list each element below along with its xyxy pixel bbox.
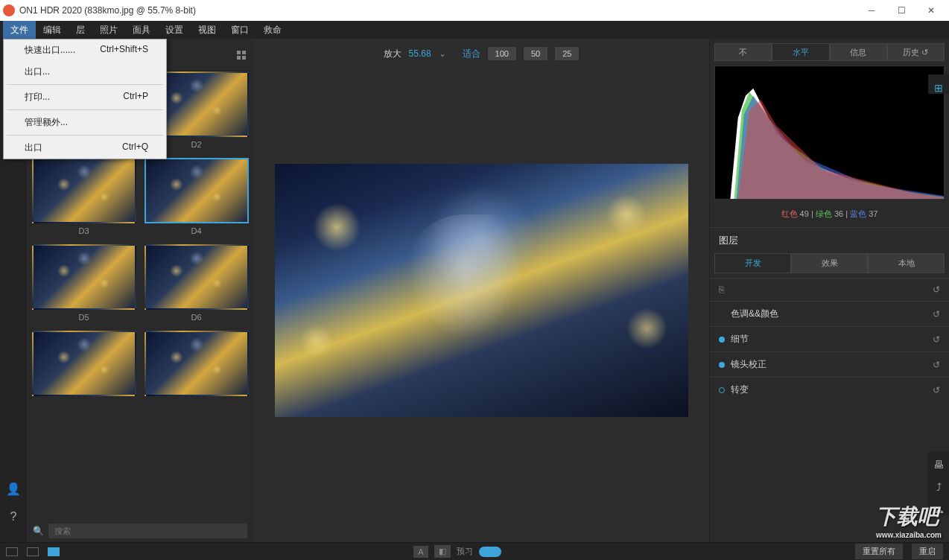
panel-色调&&颜色[interactable]: 色调&&颜色↺: [710, 301, 949, 326]
menu-视图[interactable]: 视图: [191, 21, 223, 39]
thumbnail[interactable]: [142, 331, 250, 405]
menuitem-管理额外...[interactable]: 管理额外...: [4, 112, 166, 133]
view-mode-1[interactable]: [6, 547, 18, 556]
close-button[interactable]: ✕: [916, 0, 946, 21]
thumbnail[interactable]: D6: [142, 244, 250, 328]
menu-窗口[interactable]: 窗口: [223, 21, 256, 39]
statusbar: A ◧ 预习 重置所有 重启: [0, 542, 949, 560]
zoom-label: 放大: [384, 48, 402, 60]
dev-tab-效果[interactable]: 效果: [791, 253, 868, 273]
menuitem-打印...[interactable]: 打印...Ctrl+P: [4, 86, 166, 108]
menuitem-出口[interactable]: 出口Ctrl+Q: [4, 137, 166, 159]
reset-all-button[interactable]: 重置所有: [855, 544, 903, 559]
panel-转变[interactable]: 转变↺: [710, 377, 949, 402]
file-menu-dropdown: 快速出口......Ctrl+Shift+S出口...打印...Ctrl+P管理…: [3, 39, 167, 159]
menu-层[interactable]: 层: [69, 21, 92, 39]
grid-view-icon[interactable]: [237, 51, 246, 60]
right-tab-0[interactable]: 不: [714, 43, 772, 61]
search-icon: 🔍: [33, 526, 44, 536]
canvas-area: 放大 55.68 ⌄ 适合 100 50 25: [253, 39, 709, 542]
menu-设置[interactable]: 设置: [158, 21, 191, 39]
histogram[interactable]: [714, 66, 945, 200]
right-toolstrip-top: ⊞: [928, 74, 949, 94]
compare-a-icon[interactable]: A: [413, 546, 428, 558]
compare-split-icon[interactable]: ◧: [434, 545, 451, 558]
right-tab-1[interactable]: 水平: [772, 43, 829, 61]
menubar: 文件编辑层照片面具设置视图窗口救命: [0, 21, 949, 39]
search-input[interactable]: [48, 524, 247, 538]
window-title: ON1 HDR 2020 (838kmo.jpg @ 55.7% 8-bit): [19, 5, 857, 16]
maximize-button[interactable]: ☐: [886, 0, 916, 21]
dev-tab-本地[interactable]: 本地: [868, 253, 945, 273]
thumbnail[interactable]: D5: [30, 244, 138, 328]
histogram-readout: 红色 49 | 绿色 36 | 蓝色 37: [710, 209, 949, 220]
menuitem-快速出口......[interactable]: 快速出口......Ctrl+Shift+S: [4, 39, 166, 61]
thumbnail[interactable]: D4: [142, 158, 250, 241]
panel-util-row: ⎘ ↺: [710, 278, 949, 301]
preview-toggle[interactable]: [479, 547, 501, 557]
view-mode-3[interactable]: [48, 547, 60, 556]
zoom-dropdown-icon[interactable]: ⌄: [439, 48, 446, 59]
menu-救命[interactable]: 救命: [256, 21, 289, 39]
zoom-25-button[interactable]: 25: [555, 47, 579, 60]
menu-照片[interactable]: 照片: [92, 21, 125, 39]
minimize-button[interactable]: ─: [857, 0, 886, 21]
right-tab-2[interactable]: 信息: [830, 43, 887, 61]
sliders-icon[interactable]: ⊞: [934, 82, 943, 94]
panel-镜头校正[interactable]: 镜头校正↺: [710, 351, 949, 377]
right-tab-3[interactable]: 历史 ↺: [887, 43, 945, 61]
person-icon[interactable]: 👤: [6, 481, 21, 496]
menuitem-出口...[interactable]: 出口...: [4, 61, 166, 83]
zoom-100-button[interactable]: 100: [488, 47, 516, 60]
preview-label: 预习: [457, 546, 473, 557]
app-icon: [3, 4, 15, 16]
zoom-fit-button[interactable]: 适合: [463, 48, 480, 60]
zoom-50-button[interactable]: 50: [524, 47, 548, 60]
menu-文件[interactable]: 文件: [3, 21, 36, 39]
watermark: 下载吧 www.xiazaiba.com: [876, 503, 942, 539]
titlebar: ON1 HDR 2020 (838kmo.jpg @ 55.7% 8-bit) …: [0, 0, 949, 21]
panel-细节[interactable]: 细节↺: [710, 326, 949, 351]
reset-icon[interactable]: ↺: [933, 284, 940, 295]
restart-button[interactable]: 重启: [912, 544, 943, 559]
export-icon[interactable]: ⎘: [719, 284, 724, 295]
zoom-value[interactable]: 55.68: [409, 48, 431, 59]
thumbnail[interactable]: D3: [30, 158, 138, 241]
dev-tab-开发[interactable]: 开发: [714, 253, 791, 273]
layers-header[interactable]: 图层: [710, 227, 949, 253]
help-icon[interactable]: ?: [6, 509, 21, 524]
print-icon[interactable]: 🖶: [933, 459, 944, 471]
view-mode-2[interactable]: [27, 547, 39, 556]
share-icon[interactable]: ⤴: [936, 481, 942, 493]
menu-编辑[interactable]: 编辑: [36, 21, 69, 39]
right-panel: 不水平信息历史 ↺ 红色 49 | 绿色 36 | 蓝色 37 图层 开发效果本…: [709, 39, 949, 542]
image-preview[interactable]: [275, 164, 688, 417]
thumbnail[interactable]: [30, 331, 138, 405]
menu-面具[interactable]: 面具: [125, 21, 158, 39]
